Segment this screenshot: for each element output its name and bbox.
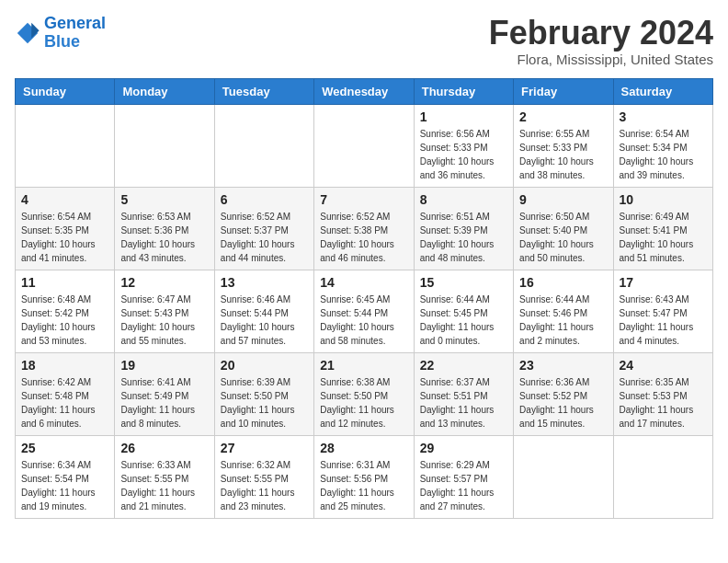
cell-day-number: 2 (519, 109, 607, 124)
cell-day-number: 3 (620, 109, 707, 124)
cell-day-number: 27 (221, 441, 308, 455)
cell-info: Sunrise: 6:44 AMSunset: 5:46 PMDaylight:… (519, 293, 607, 348)
cell-info: Sunrise: 6:43 AMSunset: 5:47 PMDaylight:… (620, 293, 707, 348)
calendar-cell (514, 435, 613, 518)
calendar-cell: 20Sunrise: 6:39 AMSunset: 5:50 PMDayligh… (214, 352, 313, 435)
calendar-cell: 1Sunrise: 6:56 AMSunset: 5:33 PMDaylight… (414, 104, 513, 187)
cell-info: Sunrise: 6:33 AMSunset: 5:55 PMDaylight:… (120, 458, 208, 513)
cell-day-number: 18 (21, 358, 108, 373)
cell-info: Sunrise: 6:51 AMSunset: 5:39 PMDaylight:… (420, 210, 507, 265)
cell-day-number: 19 (120, 358, 208, 373)
cell-info: Sunrise: 6:48 AMSunset: 5:42 PMDaylight:… (21, 293, 108, 348)
cell-day-number: 20 (221, 358, 308, 373)
cell-info: Sunrise: 6:42 AMSunset: 5:48 PMDaylight:… (21, 375, 108, 431)
cell-day-number: 25 (21, 441, 108, 455)
cell-info: Sunrise: 6:35 AMSunset: 5:53 PMDaylight:… (620, 375, 707, 431)
cell-info: Sunrise: 6:50 AMSunset: 5:40 PMDaylight:… (519, 210, 607, 265)
cell-info: Sunrise: 6:52 AMSunset: 5:38 PMDaylight:… (320, 210, 407, 265)
cell-info: Sunrise: 6:38 AMSunset: 5:50 PMDaylight:… (320, 375, 407, 431)
calendar-cell: 29Sunrise: 6:29 AMSunset: 5:57 PMDayligh… (414, 435, 513, 518)
calendar-cell: 7Sunrise: 6:52 AMSunset: 5:38 PMDaylight… (314, 187, 414, 270)
page-header: General Blue February 2024 Flora, Missis… (15, 15, 713, 67)
cell-day-number: 6 (221, 192, 308, 207)
cell-day-number: 13 (221, 275, 308, 290)
calendar-table: SundayMondayTuesdayWednesdayThursdayFrid… (15, 78, 713, 519)
calendar-week-row: 1Sunrise: 6:56 AMSunset: 5:33 PMDaylight… (16, 104, 713, 187)
calendar-cell (214, 104, 313, 187)
calendar-week-row: 18Sunrise: 6:42 AMSunset: 5:48 PMDayligh… (16, 352, 713, 435)
calendar-week-row: 4Sunrise: 6:54 AMSunset: 5:35 PMDaylight… (16, 187, 713, 270)
calendar-cell: 16Sunrise: 6:44 AMSunset: 5:46 PMDayligh… (514, 270, 613, 352)
cell-info: Sunrise: 6:56 AMSunset: 5:33 PMDaylight:… (420, 127, 507, 182)
logo-icon (15, 20, 40, 46)
cell-info: Sunrise: 6:47 AMSunset: 5:43 PMDaylight:… (120, 293, 208, 348)
calendar-cell: 4Sunrise: 6:54 AMSunset: 5:35 PMDaylight… (16, 187, 115, 270)
cell-day-number: 21 (320, 358, 407, 373)
weekday-header-wednesday: Wednesday (314, 78, 414, 104)
calendar-cell: 24Sunrise: 6:35 AMSunset: 5:53 PMDayligh… (613, 352, 712, 435)
calendar-cell: 13Sunrise: 6:46 AMSunset: 5:44 PMDayligh… (214, 270, 313, 352)
calendar-cell: 2Sunrise: 6:55 AMSunset: 5:33 PMDaylight… (514, 104, 613, 187)
weekday-header-tuesday: Tuesday (214, 78, 313, 104)
calendar-cell: 26Sunrise: 6:33 AMSunset: 5:55 PMDayligh… (115, 435, 214, 518)
cell-day-number: 28 (320, 441, 407, 455)
logo: General Blue (15, 15, 106, 52)
location-title: Flora, Mississippi, United States (489, 52, 713, 67)
cell-day-number: 5 (120, 192, 208, 207)
cell-info: Sunrise: 6:31 AMSunset: 5:56 PMDaylight:… (320, 458, 407, 513)
calendar-cell: 21Sunrise: 6:38 AMSunset: 5:50 PMDayligh… (314, 352, 414, 435)
calendar-cell: 5Sunrise: 6:53 AMSunset: 5:36 PMDaylight… (115, 187, 214, 270)
calendar-cell: 11Sunrise: 6:48 AMSunset: 5:42 PMDayligh… (16, 270, 115, 352)
cell-info: Sunrise: 6:53 AMSunset: 5:36 PMDaylight:… (120, 210, 208, 265)
calendar-cell: 19Sunrise: 6:41 AMSunset: 5:49 PMDayligh… (115, 352, 214, 435)
cell-day-number: 22 (420, 358, 507, 373)
cell-info: Sunrise: 6:36 AMSunset: 5:52 PMDaylight:… (519, 375, 607, 431)
cell-info: Sunrise: 6:54 AMSunset: 5:34 PMDaylight:… (620, 127, 707, 182)
cell-info: Sunrise: 6:49 AMSunset: 5:41 PMDaylight:… (620, 210, 707, 265)
calendar-week-row: 11Sunrise: 6:48 AMSunset: 5:42 PMDayligh… (16, 270, 713, 352)
cell-info: Sunrise: 6:37 AMSunset: 5:51 PMDaylight:… (420, 375, 507, 431)
calendar-cell: 17Sunrise: 6:43 AMSunset: 5:47 PMDayligh… (613, 270, 712, 352)
cell-day-number: 7 (320, 192, 407, 207)
cell-day-number: 12 (120, 275, 208, 290)
logo-text: General Blue (44, 15, 106, 52)
cell-day-number: 11 (21, 275, 108, 290)
calendar-cell: 10Sunrise: 6:49 AMSunset: 5:41 PMDayligh… (613, 187, 712, 270)
cell-day-number: 8 (420, 192, 507, 207)
calendar-cell: 28Sunrise: 6:31 AMSunset: 5:56 PMDayligh… (314, 435, 414, 518)
weekday-header-saturday: Saturday (613, 78, 712, 104)
cell-info: Sunrise: 6:45 AMSunset: 5:44 PMDaylight:… (320, 293, 407, 348)
cell-info: Sunrise: 6:55 AMSunset: 5:33 PMDaylight:… (519, 127, 607, 182)
calendar-cell: 3Sunrise: 6:54 AMSunset: 5:34 PMDaylight… (613, 104, 712, 187)
cell-info: Sunrise: 6:54 AMSunset: 5:35 PMDaylight:… (21, 210, 108, 265)
calendar-cell: 15Sunrise: 6:44 AMSunset: 5:45 PMDayligh… (414, 270, 513, 352)
weekday-header-friday: Friday (514, 78, 613, 104)
calendar-cell: 27Sunrise: 6:32 AMSunset: 5:55 PMDayligh… (214, 435, 313, 518)
cell-info: Sunrise: 6:41 AMSunset: 5:49 PMDaylight:… (120, 375, 208, 431)
logo-line1: General (44, 14, 106, 32)
calendar-cell: 9Sunrise: 6:50 AMSunset: 5:40 PMDaylight… (514, 187, 613, 270)
cell-info: Sunrise: 6:46 AMSunset: 5:44 PMDaylight:… (221, 293, 308, 348)
svg-marker-1 (31, 23, 39, 39)
cell-day-number: 15 (420, 275, 507, 290)
cell-day-number: 4 (21, 192, 108, 207)
cell-day-number: 26 (120, 441, 208, 455)
month-title: February 2024 (489, 15, 713, 52)
cell-info: Sunrise: 6:39 AMSunset: 5:50 PMDaylight:… (221, 375, 308, 431)
calendar-cell (613, 435, 712, 518)
weekday-header-monday: Monday (115, 78, 214, 104)
calendar-cell: 25Sunrise: 6:34 AMSunset: 5:54 PMDayligh… (16, 435, 115, 518)
calendar-cell: 6Sunrise: 6:52 AMSunset: 5:37 PMDaylight… (214, 187, 313, 270)
calendar-week-row: 25Sunrise: 6:34 AMSunset: 5:54 PMDayligh… (16, 435, 713, 518)
cell-day-number: 9 (519, 192, 607, 207)
calendar-cell: 22Sunrise: 6:37 AMSunset: 5:51 PMDayligh… (414, 352, 513, 435)
weekday-header-row: SundayMondayTuesdayWednesdayThursdayFrid… (16, 78, 713, 104)
cell-day-number: 10 (620, 192, 707, 207)
calendar-cell (115, 104, 214, 187)
cell-day-number: 23 (519, 358, 607, 373)
cell-day-number: 16 (519, 275, 607, 290)
calendar-cell (314, 104, 414, 187)
calendar-cell: 12Sunrise: 6:47 AMSunset: 5:43 PMDayligh… (115, 270, 214, 352)
cell-info: Sunrise: 6:32 AMSunset: 5:55 PMDaylight:… (221, 458, 308, 513)
cell-day-number: 1 (420, 109, 507, 124)
